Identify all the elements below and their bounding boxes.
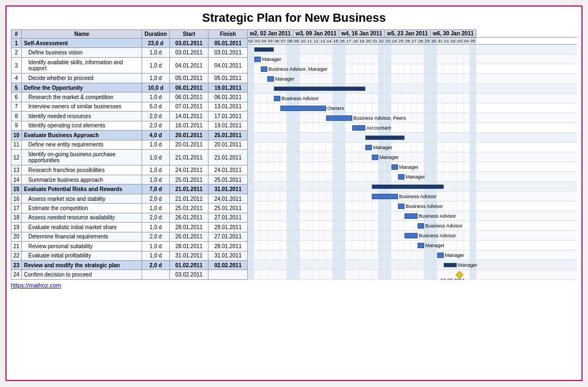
gantt-day-bg <box>431 45 437 54</box>
gantt-day-bg <box>267 211 274 220</box>
gantt-day-bg <box>320 231 326 240</box>
gantt-day-bg <box>307 143 313 152</box>
gantt-day-bg <box>365 162 372 171</box>
gantt-day-bg <box>463 172 470 181</box>
gantt-day-bg <box>339 94 346 103</box>
gantt-day-bg <box>444 123 450 132</box>
gantt-day-bg <box>378 241 385 250</box>
gantt-day-bg <box>274 133 280 142</box>
gantt-day-bg <box>411 45 418 54</box>
gantt-day-bg <box>418 94 424 103</box>
gantt-day-bg <box>405 250 411 260</box>
gantt-day-bg <box>307 172 313 181</box>
gantt-day-bg <box>463 113 470 122</box>
gantt-day-bg <box>267 162 274 171</box>
gantt-day-bg <box>280 241 287 250</box>
gantt-day-label: 06 <box>274 38 280 44</box>
gantt-day-bg <box>352 192 359 201</box>
gantt-day-bg <box>385 103 391 113</box>
gantt-day-bg <box>378 64 385 73</box>
gantt-bar-label: Manager <box>406 174 425 180</box>
row-finish: 05.01.2011 <box>209 39 248 48</box>
gantt-day-label: 03 <box>457 38 463 44</box>
gantt-day-bg <box>359 211 365 220</box>
gantt-day-bg <box>418 64 424 73</box>
gantt-row: Manager <box>248 260 577 270</box>
gantt-day-bg <box>339 211 346 220</box>
gantt-day-bg <box>287 192 293 201</box>
gantt-day-label: 23 <box>385 38 391 44</box>
gantt-day-bg <box>313 192 320 201</box>
gantt-day-bg <box>346 54 352 64</box>
row-name: Define the Opportunity <box>22 83 142 92</box>
gantt-day-bg <box>457 64 463 73</box>
gantt-day-bg <box>307 221 313 230</box>
gantt-day-bg <box>267 201 274 211</box>
gantt-day-bg <box>280 270 287 279</box>
gantt-day-bg <box>280 113 287 122</box>
gantt-day-bg <box>274 113 280 122</box>
gantt-day-bg <box>352 221 359 230</box>
gantt-day-bg <box>463 143 470 152</box>
gantt-day-bg <box>437 103 444 113</box>
gantt-day-bg <box>463 94 470 103</box>
gantt-day-bg <box>333 94 339 103</box>
gantt-day-bg <box>359 192 365 201</box>
gantt-day-bg <box>470 123 476 132</box>
gantt-day-bg <box>346 241 352 250</box>
gantt-day-bg <box>313 201 320 211</box>
gantt-day-bg <box>274 211 280 220</box>
gantt-day-bg <box>365 172 372 181</box>
gantt-day-bg <box>391 74 398 83</box>
gantt-day-bg <box>307 260 313 269</box>
row-num: 9 <box>11 121 22 130</box>
table-row: 21Review personal suitability1,0 d28.01.… <box>11 242 248 251</box>
gantt-day-bg <box>418 54 424 64</box>
row-finish: 31.01.2011 <box>209 185 248 194</box>
gantt-week-label: w2, 02 Jan 2011 <box>248 29 293 37</box>
gantt-day-bg <box>405 143 411 152</box>
gantt-day-bg <box>431 74 437 83</box>
gantt-day-bg <box>463 241 470 250</box>
gantt-day-bg <box>307 241 313 250</box>
row-finish: 27.01.2011 <box>209 232 248 241</box>
row-start: 20.01.2011 <box>169 140 209 149</box>
row-duration: 2,0 d <box>142 112 170 121</box>
gantt-day-bg <box>431 270 437 279</box>
gantt-day-bg <box>287 201 293 211</box>
gantt-day-bg <box>378 103 385 113</box>
row-num: 22 <box>11 251 22 260</box>
table-row: 18Assess needed resource availability2,0… <box>11 213 248 222</box>
gantt-day-bg <box>470 182 476 191</box>
gantt-day-bg <box>307 123 313 132</box>
gantt-day-bg <box>339 201 346 211</box>
gantt-day-bg <box>280 123 287 132</box>
gantt-day-bg <box>463 182 470 191</box>
gantt-day-bg <box>365 192 372 201</box>
gantt-day-bg <box>444 143 450 152</box>
row-num: 19 <box>11 223 22 232</box>
gantt-day-bg <box>437 74 444 83</box>
gantt-day-bg <box>365 94 372 103</box>
gantt-day-bg <box>359 162 365 171</box>
gantt-day-bg <box>450 113 457 122</box>
gantt-day-bg <box>300 74 307 83</box>
gantt-row: Business Advisor, Manager <box>248 64 577 74</box>
gantt-day-bg <box>248 182 254 191</box>
gantt-day-bg <box>313 162 320 171</box>
gantt-day-bg <box>346 172 352 181</box>
gantt-day-bg <box>378 221 385 230</box>
gantt-day-bg <box>405 45 411 54</box>
gantt-day-bg <box>346 143 352 152</box>
gantt-day-label: 29 <box>424 38 431 44</box>
gantt-bar-label: Business Advisor <box>281 96 319 101</box>
gantt-day-bg <box>359 201 365 211</box>
gantt-day-bg <box>378 172 385 181</box>
gantt-row: Owners <box>248 103 577 113</box>
gantt-day-bg <box>424 260 431 269</box>
gantt-day-bg <box>287 211 293 220</box>
gantt-day-bg <box>365 182 372 191</box>
gantt-day-bg <box>457 182 463 191</box>
gantt-day-bg <box>463 250 470 260</box>
gantt-day-bg <box>248 103 254 113</box>
